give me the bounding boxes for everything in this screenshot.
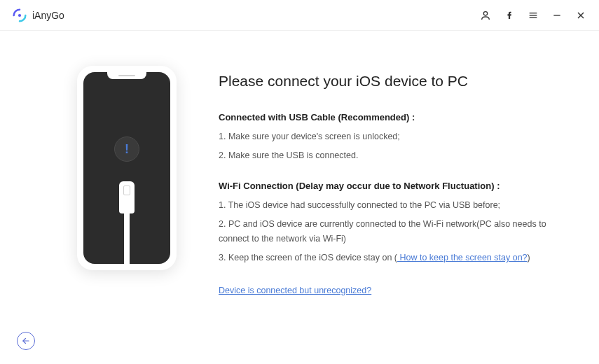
page-heading: Please connect your iOS device to PC — [219, 73, 557, 90]
facebook-icon[interactable] — [504, 10, 515, 21]
close-icon[interactable] — [575, 10, 586, 21]
app-logo-icon — [13, 8, 27, 22]
titlebar: iAnyGo — [0, 0, 599, 31]
wifi-step-3: 3. Keep the screen of the iOS device sta… — [219, 251, 557, 265]
device-illustration: ! — [42, 66, 177, 296]
user-icon[interactable] — [480, 10, 491, 21]
usb-section-title: Connected with USB Cable (Recommended) : — [219, 112, 557, 122]
titlebar-left: iAnyGo — [13, 8, 64, 22]
back-button[interactable] — [17, 332, 35, 350]
svg-point-0 — [18, 13, 21, 16]
wifi-step-2: 2. PC and iOS device are currently conne… — [219, 217, 557, 247]
alert-icon: ! — [114, 136, 139, 162]
unrecognized-device-link[interactable]: Device is connected but unrecognized? — [219, 286, 371, 295]
svg-point-1 — [483, 11, 487, 15]
usb-step-2: 2. Make sure the USB is connected. — [219, 148, 557, 163]
menu-icon[interactable] — [528, 10, 539, 21]
wifi-section-title: Wi-Fi Connection (Delay may occur due to… — [219, 181, 557, 191]
minimize-icon[interactable] — [551, 10, 563, 21]
wifi-step-3-prefix: 3. Keep the screen of the iOS device sta… — [219, 253, 397, 262]
phone-notch — [107, 72, 146, 79]
phone-frame: ! — [77, 66, 177, 270]
app-title: iAnyGo — [32, 10, 64, 21]
keep-screen-on-link[interactable]: How to keep the screen stay on? — [397, 253, 528, 262]
instructions-panel: Please connect your iOS device to PC Con… — [219, 66, 557, 296]
wifi-step-3-suffix: ) — [528, 253, 530, 262]
usb-step-1: 1. Make sure your device's screen is unl… — [219, 130, 557, 144]
usb-cable-icon — [116, 181, 137, 264]
titlebar-controls — [480, 10, 586, 21]
content: ! Please connect your iOS device to PC C… — [0, 31, 599, 296]
phone-screen: ! — [83, 72, 170, 264]
wifi-step-1: 1. The iOS device had successfully conne… — [219, 198, 557, 213]
